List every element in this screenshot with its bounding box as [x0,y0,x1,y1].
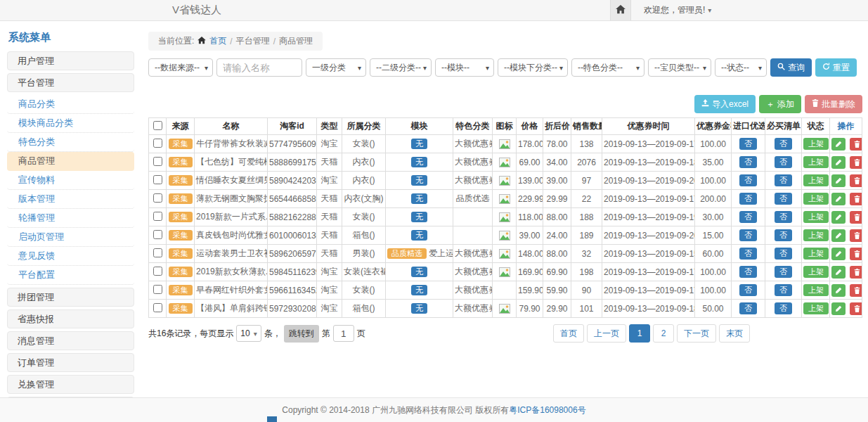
status-button[interactable]: 上架 [803,211,829,223]
must-buy-toggle[interactable]: 否 [775,248,792,260]
batch-delete-button[interactable]: 批量删除 [805,95,862,113]
must-buy-toggle[interactable]: 否 [775,211,792,223]
sidebar-item[interactable]: 特色分类 [7,133,134,152]
edit-button[interactable] [831,174,846,187]
row-checkbox[interactable] [153,267,162,276]
page-button-2[interactable]: 上一页 [587,324,626,343]
edit-button[interactable] [831,248,846,260]
page-button-3[interactable]: 1 [629,324,650,343]
row-checkbox[interactable] [153,285,162,294]
sidebar-item[interactable]: 商品管理 [7,152,134,171]
edit-button[interactable] [831,229,846,242]
sidebar-group-6[interactable]: 订单管理 [7,353,134,372]
sidebar-group-7[interactable]: 兑换管理 [7,375,134,394]
filter-select-7[interactable]: --宝贝类型-- ▾ [648,58,711,77]
import-select-toggle[interactable]: 否 [739,156,757,168]
page-button-4[interactable]: 2 [653,324,674,343]
per-page-select[interactable]: 10 ▾ [236,325,261,342]
sidebar-group-3[interactable]: 拼团管理 [7,288,134,307]
name-search-input[interactable] [216,58,302,77]
user-menu[interactable]: 欢迎您，管理员! ▾ [631,0,711,20]
status-button[interactable]: 上架 [803,138,829,150]
must-buy-toggle[interactable]: 否 [775,266,792,278]
icp-link[interactable]: 粤ICP备16098006号 [509,404,585,416]
status-button[interactable]: 上架 [803,284,829,296]
sidebar-item[interactable]: 意见反馈 [7,247,134,266]
status-button[interactable]: 上架 [803,193,829,205]
must-buy-toggle[interactable]: 否 [775,284,792,296]
must-buy-toggle[interactable]: 否 [775,193,792,205]
row-checkbox[interactable] [153,157,162,166]
filter-select-4[interactable]: --模块-- ▾ [435,58,494,77]
edit-button[interactable] [831,156,846,169]
filter-select-2[interactable]: 一级分类 ▾ [306,58,366,77]
delete-button[interactable] [850,302,862,315]
status-button[interactable]: 上架 [803,174,829,186]
search-button[interactable]: 查询 [770,58,812,77]
sidebar-item[interactable]: 版本管理 [7,190,134,209]
sidebar-group-2[interactable]: 平台管理 [7,73,134,92]
filter-select-5[interactable]: --模块下分类-- ▾ [498,58,568,77]
delete-button[interactable] [850,138,862,151]
import-select-toggle[interactable]: 否 [739,211,757,223]
row-checkbox[interactable] [153,248,162,257]
delete-button[interactable] [850,193,862,205]
sidebar-item[interactable]: 平台配置 [7,266,134,285]
filter-select-8[interactable]: --状态-- ▾ [715,58,767,77]
filter-select-1[interactable]: --数据来源-- ▾ [148,58,213,77]
import-select-toggle[interactable]: 否 [739,284,757,296]
import-select-toggle[interactable]: 否 [739,193,757,205]
edit-button[interactable] [831,284,846,297]
must-buy-toggle[interactable]: 否 [775,174,792,186]
page-button-5[interactable]: 下一页 [677,324,716,343]
sidebar-item[interactable]: 宣传物料 [7,171,134,190]
status-button[interactable]: 上架 [803,229,829,241]
import-select-toggle[interactable]: 否 [739,302,757,314]
row-checkbox[interactable] [153,193,162,203]
edit-button[interactable] [831,193,846,205]
page-button-1[interactable]: 首页 [553,324,584,343]
delete-button[interactable] [850,211,862,224]
row-checkbox[interactable] [153,303,162,312]
page-button-6[interactable]: 末页 [719,324,750,343]
row-checkbox[interactable] [153,212,162,221]
jump-page-input[interactable] [333,325,354,342]
edit-button[interactable] [831,138,846,151]
breadcrumb-home-link[interactable]: 首页 [209,35,226,47]
row-checkbox[interactable] [153,175,162,184]
row-checkbox[interactable] [153,230,162,239]
row-checkbox[interactable] [153,139,162,148]
filter-select-3[interactable]: --二级分类-- ▾ [370,58,432,77]
delete-button[interactable] [850,266,862,279]
edit-button[interactable] [831,302,846,315]
edit-button[interactable] [831,211,846,224]
sidebar-group-1[interactable]: 用户管理 [7,51,134,70]
must-buy-toggle[interactable]: 否 [775,302,792,314]
jump-button[interactable]: 跳转到 [284,325,319,343]
sidebar-group-5[interactable]: 消息管理 [7,331,134,350]
delete-button[interactable] [850,248,862,260]
edit-button[interactable] [831,266,846,279]
sidebar-item[interactable]: 商品分类 [7,95,134,114]
must-buy-toggle[interactable]: 否 [775,156,792,168]
sidebar-item[interactable]: 轮播管理 [7,209,134,228]
import-select-toggle[interactable]: 否 [739,266,757,278]
add-button[interactable]: ＋ 添加 [759,95,801,113]
status-button[interactable]: 上架 [803,266,829,278]
must-buy-toggle[interactable]: 否 [775,229,792,241]
status-button[interactable]: 上架 [803,156,829,168]
import-select-toggle[interactable]: 否 [739,138,757,150]
sidebar-group-4[interactable]: 省惠快报 [7,309,134,328]
status-button[interactable]: 上架 [803,248,829,260]
must-buy-toggle[interactable]: 否 [775,138,792,150]
import-select-toggle[interactable]: 否 [739,248,757,260]
sidebar-item[interactable]: 启动页管理 [7,228,134,247]
delete-button[interactable] [850,156,862,169]
reset-button[interactable]: 重置 [815,58,857,77]
filter-select-6[interactable]: --特色分类-- ▾ [571,58,644,77]
select-all-checkbox[interactable] [153,121,162,130]
import-select-toggle[interactable]: 否 [739,174,757,186]
status-button[interactable]: 上架 [803,302,829,314]
home-button[interactable] [610,0,631,20]
sidebar-item[interactable]: 模块商品分类 [7,114,134,133]
